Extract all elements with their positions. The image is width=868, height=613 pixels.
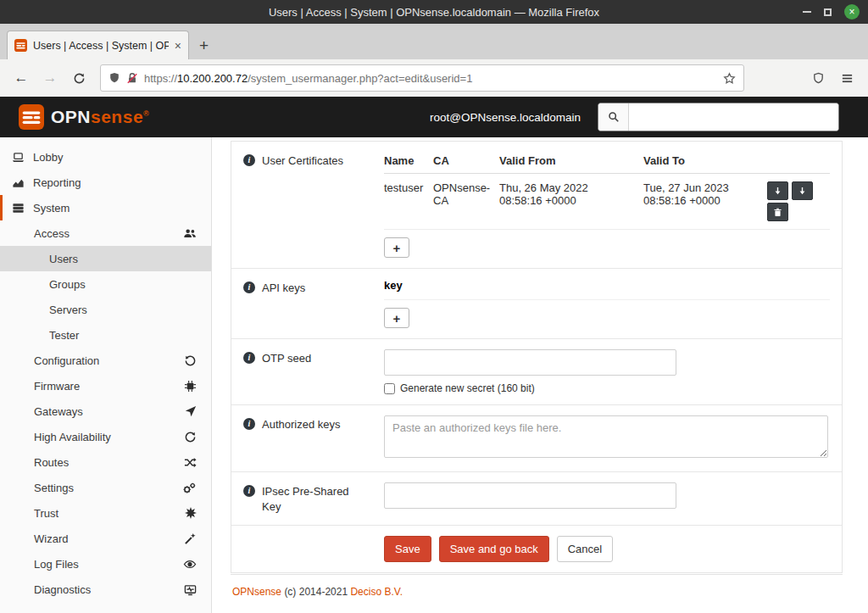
refresh-icon [184, 431, 197, 443]
sidebar-item-system[interactable]: System [0, 195, 211, 220]
window-maximize-button[interactable] [824, 8, 832, 16]
sidebar-item-gateways[interactable]: Gateways [0, 398, 211, 424]
forward-button[interactable]: → [37, 65, 63, 91]
authorized-keys-textarea[interactable] [384, 415, 828, 458]
form-row-api-keys: i API keys key + [231, 269, 842, 339]
tab-close-icon[interactable]: × [175, 40, 181, 52]
add-api-key-button[interactable]: + [384, 308, 409, 328]
url-bar[interactable]: https://10.200.200.72/system_usermanager… [100, 64, 744, 92]
diagnostics-icon [184, 583, 197, 596]
tab-title: Users | Access | System | OP [33, 40, 169, 52]
lobby-icon [12, 151, 26, 164]
certificate-actions [767, 181, 825, 221]
firmware-icon [184, 380, 197, 393]
add-certificate-button[interactable]: + [384, 237, 409, 258]
url-path: /system_usermanager.php?act=edit&userid=… [248, 72, 472, 85]
eye-icon [183, 558, 197, 571]
shuffle-icon [184, 456, 197, 469]
sidebar-item-log-files[interactable]: Log Files [0, 551, 211, 577]
delete-certificate-button[interactable] [767, 203, 788, 221]
users-group-icon [183, 227, 197, 240]
browser-tab-bar: Users | Access | System | OP × + [0, 24, 868, 59]
gears-icon [182, 482, 197, 494]
ipsec-psk-input[interactable] [384, 482, 676, 509]
new-tab-button[interactable]: + [199, 37, 209, 53]
field-label: i OTP seed [243, 349, 381, 394]
save-button[interactable]: Save [384, 536, 431, 562]
info-icon[interactable]: i [243, 418, 255, 430]
location-arrow-icon [185, 405, 197, 417]
info-icon[interactable]: i [243, 485, 255, 497]
field-label: i User Certificates [243, 152, 381, 258]
sidebar-item-trust[interactable]: Trust [0, 500, 211, 526]
download-certificate-button[interactable] [767, 181, 788, 200]
otp-seed-input[interactable] [384, 349, 676, 376]
opnsense-link[interactable]: OPNsense [232, 586, 281, 598]
sidebar-item-reporting[interactable]: Reporting [0, 170, 211, 195]
sidebar-item-settings[interactable]: Settings [0, 475, 211, 500]
field-label: i IPsec Pre-Shared Key [243, 482, 381, 515]
opnsense-logo[interactable]: OPNsense® [19, 104, 149, 130]
sidebar-item-tester[interactable]: Tester [0, 322, 211, 348]
sidebar-item-wizard[interactable]: Wizard [0, 526, 211, 551]
opnsense-header: OPNsense® root@OPNsense.localdomain [0, 97, 868, 137]
download-key-button[interactable] [792, 181, 813, 200]
window-close-button[interactable]: × [844, 4, 860, 20]
main-content: i User Certificates Name CA Valid From V… [212, 137, 868, 613]
info-icon[interactable]: i [243, 281, 255, 293]
system-icon [12, 202, 26, 215]
chart-icon [12, 176, 26, 189]
column-header-name: Name [384, 152, 433, 174]
field-label: i API keys [243, 279, 381, 328]
certificate-valid-from: Thu, 26 May 2022 08:58:16 +0000 [499, 174, 643, 230]
form-row-user-certificates: i User Certificates Name CA Valid From V… [231, 142, 842, 269]
form-row-otp-seed: i OTP seed Generate new secret (160 bit) [231, 339, 842, 405]
generate-secret-checkbox[interactable] [384, 383, 395, 394]
search-icon [598, 103, 629, 131]
info-icon[interactable]: i [243, 352, 255, 364]
generate-secret-option: Generate new secret (160 bit) [384, 382, 830, 394]
url-text: https://10.200.200.72/system_usermanager… [144, 72, 717, 85]
certificate-ca: OPNsense-CA [433, 174, 499, 230]
global-search [598, 103, 839, 131]
tracking-protection-shield-icon[interactable] [108, 72, 120, 84]
sidebar: Lobby Reporting System Access Users Grou… [0, 137, 212, 613]
save-and-go-back-button[interactable]: Save and go back [439, 536, 549, 562]
sidebar-item-lobby[interactable]: Lobby [0, 144, 211, 170]
sidebar-item-access[interactable]: Access [0, 220, 211, 246]
copyright-text: (c) 2014-2021 [284, 586, 348, 598]
url-protocol: https:// [144, 72, 177, 85]
bookmark-star-icon[interactable] [723, 72, 736, 85]
user-certificates-table: Name CA Valid From Valid To testuser [384, 152, 830, 230]
window-title: Users | Access | System | OPNsense.local… [0, 6, 868, 19]
browser-tab[interactable]: Users | Access | System | OP × [7, 31, 189, 59]
page-body: Lobby Reporting System Access Users Grou… [0, 137, 868, 613]
insecure-lock-icon[interactable] [126, 72, 138, 84]
sidebar-item-servers[interactable]: Servers [0, 297, 211, 322]
extension-shield-icon[interactable] [805, 65, 831, 91]
back-button[interactable]: ← [8, 65, 34, 91]
history-icon [184, 354, 197, 367]
form-row-ipsec-psk: i IPsec Pre-Shared Key [231, 472, 842, 526]
window-minimize-button[interactable] [803, 11, 811, 13]
opnsense-favicon-icon [14, 39, 27, 52]
hamburger-menu-icon[interactable] [834, 65, 860, 91]
browser-navbar: ← → https://10.200.200.72/system_userman… [0, 59, 868, 97]
deciso-link[interactable]: Deciso B.V. [350, 586, 403, 598]
magic-wand-icon [184, 532, 197, 545]
sidebar-item-configuration[interactable]: Configuration [0, 348, 211, 373]
column-header-ca: CA [433, 152, 499, 174]
column-header-valid-from: Valid From [499, 152, 643, 174]
certificate-row: testuser OPNsense-CA Thu, 26 May 2022 08… [384, 174, 830, 230]
sidebar-item-routes[interactable]: Routes [0, 449, 211, 475]
info-icon[interactable]: i [243, 154, 255, 166]
sidebar-item-groups[interactable]: Groups [0, 271, 211, 297]
firefox-window: Users | Access | System | OPNsense.local… [0, 0, 868, 613]
reload-button[interactable] [66, 65, 92, 91]
sidebar-item-diagnostics[interactable]: Diagnostics [0, 577, 211, 602]
cancel-button[interactable]: Cancel [557, 536, 613, 562]
sidebar-item-firmware[interactable]: Firmware [0, 373, 211, 398]
sidebar-item-high-availability[interactable]: High Availability [0, 424, 211, 449]
sidebar-item-users[interactable]: Users [0, 246, 211, 271]
global-search-input[interactable] [629, 103, 838, 131]
